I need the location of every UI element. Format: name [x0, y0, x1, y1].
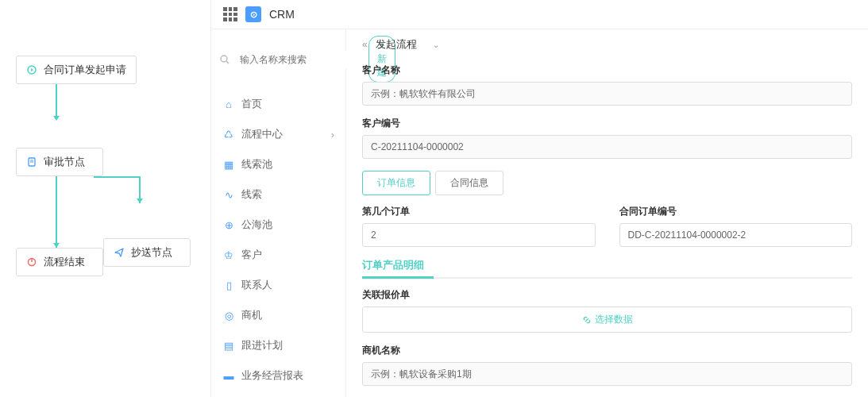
- nav-label: 流程中心: [241, 127, 283, 141]
- link-icon: [582, 315, 592, 325]
- nav-home[interactable]: ⌂首页: [211, 89, 345, 119]
- lead-icon: ∿: [222, 189, 235, 201]
- collapse-icon[interactable]: «: [362, 39, 368, 50]
- customer-name-field[interactable]: [362, 82, 852, 106]
- svg-line-7: [226, 61, 229, 64]
- chevron-down-icon: ⌄: [433, 40, 439, 49]
- workflow-end-label: 流程结束: [44, 255, 85, 269]
- nav-opportunity[interactable]: ◎商机: [211, 300, 345, 330]
- opportunity-field[interactable]: [362, 362, 852, 386]
- nav-label: 公海池: [241, 218, 272, 232]
- power-icon: [26, 256, 37, 268]
- app-title: CRM: [269, 8, 295, 21]
- nav-contact[interactable]: ▯联系人: [211, 270, 345, 300]
- nav-process[interactable]: ♺流程中心›: [211, 119, 345, 149]
- nav-leads[interactable]: ∿线索: [211, 179, 345, 210]
- app-grid-icon[interactable]: [223, 7, 237, 21]
- nav-label: 跟进计划: [241, 338, 283, 353]
- workflow-node-approve[interactable]: 审批节点: [16, 148, 103, 176]
- workflow-copy-label: 抄送节点: [131, 245, 172, 260]
- send-icon: [114, 247, 125, 258]
- nav-marketing[interactable]: ▬市场营销管理: [211, 391, 345, 397]
- sea-icon: ⊕: [222, 219, 235, 231]
- nav-label: 线索池: [241, 157, 272, 172]
- workflow-node-copy[interactable]: 抄送节点: [103, 238, 191, 267]
- tab-contract-info[interactable]: 合同信息: [435, 171, 503, 195]
- nav-list: ⌂首页 ♺流程中心› ▦线索池 ∿线索 ⊕公海池 ♔客户 ▯联系人 ◎商机 ▤跟…: [211, 89, 345, 397]
- workflow-node-start[interactable]: 合同订单发起申请: [16, 56, 137, 84]
- workflow-connector: [56, 84, 199, 116]
- search-icon: [219, 54, 230, 65]
- folder-icon: ▬: [222, 370, 235, 382]
- main-panel: ⊙ CRM ＋ 新建 ⌂首页 ♺流程中心› ▦线索池 ∿线索 ⊕公海池 ♔客户 …: [210, 0, 868, 397]
- chevron-right-icon: ›: [331, 129, 334, 141]
- opportunity-label: 商机名称: [362, 344, 852, 357]
- process-select-label: 发起流程: [376, 37, 417, 52]
- order-code-field[interactable]: [619, 223, 853, 247]
- contact-icon: ▯: [222, 279, 235, 291]
- nav-leads-pool[interactable]: ▦线索池: [211, 149, 345, 179]
- top-header: ⊙ CRM: [211, 0, 868, 29]
- search-input[interactable]: [237, 51, 362, 68]
- user-icon: ♔: [222, 249, 235, 261]
- nav-followup[interactable]: ▤跟进计划: [211, 330, 345, 360]
- tabs: 订单信息 合同信息: [362, 171, 852, 195]
- nav-label: 业务经营报表: [241, 368, 303, 383]
- select-data-button[interactable]: 选择数据: [362, 306, 852, 333]
- crm-logo-icon: ⊙: [245, 6, 261, 22]
- order-index-field[interactable]: [362, 223, 596, 247]
- nav-sea[interactable]: ⊕公海池: [211, 210, 345, 240]
- section-order-detail: 订单产品明细: [362, 258, 852, 279]
- workflow-approve-label: 审批节点: [44, 155, 85, 169]
- nav-report[interactable]: ▬业务经营报表: [211, 360, 345, 391]
- process-select[interactable]: 发起流程 ⌄: [376, 37, 439, 52]
- nav-label: 商机: [241, 308, 262, 322]
- svg-point-6: [221, 56, 227, 62]
- customer-code-field[interactable]: [362, 135, 852, 159]
- calendar-icon: ▤: [222, 340, 235, 352]
- workflow-start-label: 合同订单发起申请: [44, 63, 126, 77]
- content-area: « 发起流程 ⌄ 客户名称 客户编号 订单信息 合同信息: [346, 29, 868, 397]
- nav-customer[interactable]: ♔客户: [211, 240, 345, 270]
- quote-label: 关联报价单: [362, 288, 852, 302]
- sidebar: ＋ 新建 ⌂首页 ♺流程中心› ▦线索池 ∿线索 ⊕公海池 ♔客户 ▯联系人 ◎…: [211, 29, 346, 397]
- order-code-label: 合同订单编号: [619, 205, 853, 218]
- process-icon: ♺: [222, 129, 235, 141]
- order-index-label: 第几个订单: [362, 205, 596, 218]
- nav-label: 线索: [241, 187, 262, 202]
- home-icon: ⌂: [222, 98, 235, 110]
- nav-label: 客户: [241, 248, 262, 262]
- customer-code-label: 客户编号: [362, 117, 852, 130]
- workflow-node-end[interactable]: 流程结束: [16, 248, 103, 276]
- target-icon: ◎: [222, 310, 235, 322]
- workflow-panel: 合同订单发起申请 审批节点 抄送节点 流程结束: [0, 0, 210, 397]
- tab-order-info[interactable]: 订单信息: [362, 171, 430, 195]
- select-data-label: 选择数据: [595, 313, 633, 326]
- form-icon: [26, 156, 37, 168]
- nav-label: 联系人: [241, 278, 272, 292]
- nav-label: 首页: [241, 97, 262, 111]
- pool-icon: ▦: [222, 159, 235, 171]
- customer-name-label: 客户名称: [362, 64, 852, 77]
- play-icon: [26, 64, 37, 75]
